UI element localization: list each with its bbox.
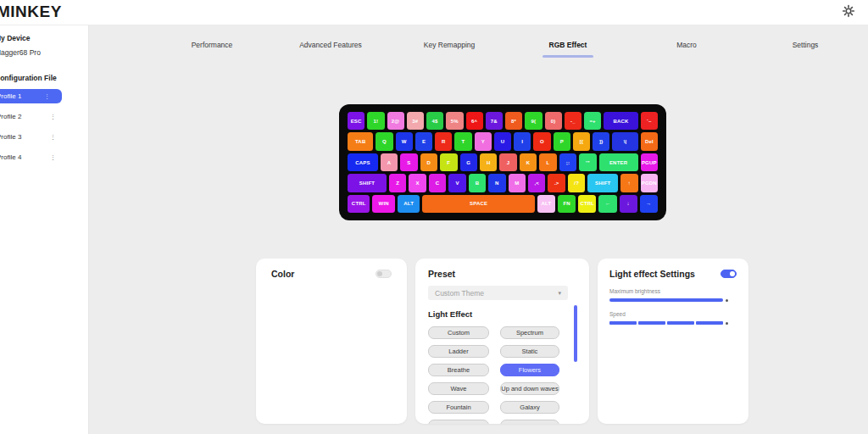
key-symbol[interactable]: `~ <box>641 112 658 130</box>
tab-macro[interactable]: Macro <box>627 34 746 64</box>
kebab-menu-icon[interactable]: ⋮ <box>50 114 56 120</box>
key-p[interactable]: P <box>554 132 570 150</box>
key-space[interactable]: SPACE <box>422 195 534 213</box>
key-ctrl[interactable]: CTRL <box>578 195 596 213</box>
sidebar-item-profile-1[interactable]: Profile 1⋮ <box>0 89 62 103</box>
key-n[interactable]: N <box>488 174 505 192</box>
key-win[interactable]: WIN <box>372 195 394 213</box>
brightness-slider[interactable] <box>609 298 723 302</box>
key-s[interactable]: S <box>400 153 417 171</box>
effect-up-and-down-waves-button[interactable]: Up and down waves <box>500 382 559 395</box>
effect-ladder-button[interactable]: Ladder <box>428 345 489 358</box>
key-shift[interactable]: SHIFT <box>348 174 387 192</box>
key-q[interactable]: Q <box>376 132 392 150</box>
kebab-menu-icon[interactable]: ⋮ <box>50 134 56 140</box>
key-tab[interactable]: TAB <box>348 132 373 150</box>
key-8[interactable]: 8* <box>505 112 522 130</box>
key-x[interactable]: X <box>409 174 426 192</box>
effect-tide-button[interactable]: Tide <box>500 420 559 424</box>
color-toggle[interactable] <box>376 270 392 278</box>
key-symbol[interactable]: '" <box>579 153 596 171</box>
key-symbol[interactable]: [{ <box>573 132 590 150</box>
effect-flowers-button[interactable]: Flowers <box>500 364 559 376</box>
device-name[interactable]: Magger68 Pro <box>0 48 86 57</box>
key-o[interactable]: O <box>533 132 550 150</box>
effect-fountain-button[interactable]: Fountain <box>428 401 489 414</box>
light-effect-toggle[interactable] <box>721 270 737 278</box>
key-7[interactable]: 7& <box>486 112 503 130</box>
key-v[interactable]: V <box>448 174 465 192</box>
key-symbol[interactable]: ,< <box>528 174 545 192</box>
key-alt[interactable]: ALT <box>537 195 555 213</box>
preset-scrollbar-thumb[interactable] <box>574 305 577 362</box>
key-symbol[interactable]: ]} <box>593 132 609 150</box>
key-enter[interactable]: ENTER <box>599 153 638 171</box>
key-z[interactable]: Z <box>389 174 406 192</box>
key-del[interactable]: Del <box>641 132 658 150</box>
key-fn[interactable]: FN <box>558 195 576 213</box>
kebab-menu-icon[interactable]: ⋮ <box>44 93 50 99</box>
key-i[interactable]: I <box>514 132 531 150</box>
key-0[interactable]: 0) <box>545 112 562 130</box>
settings-gear-icon[interactable] <box>842 4 855 18</box>
key-w[interactable]: W <box>396 132 413 150</box>
effect-spin-button[interactable]: Spin <box>428 420 489 424</box>
key-ctrl[interactable]: CTRL <box>348 195 370 213</box>
key-h[interactable]: H <box>480 153 497 171</box>
tab-performance[interactable]: Performance <box>153 34 271 64</box>
key-symbol[interactable]: =+ <box>584 112 601 130</box>
key-arrow-up[interactable]: ↑ <box>620 174 637 192</box>
key-k[interactable]: K <box>520 153 537 171</box>
key-esc[interactable]: ESC <box>348 112 364 130</box>
key-c[interactable]: C <box>429 174 446 192</box>
effect-custom-button[interactable]: Custom <box>428 326 489 339</box>
key-a[interactable]: A <box>381 153 398 171</box>
effect-galaxy-button[interactable]: Galaxy <box>500 401 559 414</box>
key-u[interactable]: U <box>494 132 511 150</box>
key-alt[interactable]: ALT <box>398 195 420 213</box>
sidebar-item-profile-2[interactable]: Profile 2⋮ <box>0 109 62 124</box>
key-symbol[interactable]: \| <box>612 132 637 150</box>
effect-wave-button[interactable]: Wave <box>428 382 489 395</box>
key-r[interactable]: R <box>435 132 452 150</box>
key-b[interactable]: B <box>469 174 486 192</box>
key-shift[interactable]: SHIFT <box>587 174 618 192</box>
key-arrow-right[interactable]: → <box>640 195 658 213</box>
key-back[interactable]: BACK <box>604 112 638 130</box>
key-symbol[interactable]: .> <box>548 174 565 192</box>
brightness-slider-handle[interactable] <box>726 299 728 302</box>
sidebar-item-profile-4[interactable]: Profile 4⋮ <box>0 150 62 164</box>
effect-static-button[interactable]: Static <box>500 345 559 358</box>
key-4[interactable]: 4$ <box>426 112 443 130</box>
key-t[interactable]: T <box>454 132 471 150</box>
key-d[interactable]: D <box>420 153 437 171</box>
speed-slider-handle[interactable] <box>726 322 728 325</box>
effect-breathe-button[interactable]: Breathe <box>428 364 489 376</box>
preset-theme-dropdown[interactable]: Custom Theme ▾ <box>428 286 568 300</box>
key-arrow-left[interactable]: ← <box>598 195 616 213</box>
key-symbol[interactable]: /? <box>568 174 585 192</box>
key-caps[interactable]: CAPS <box>348 153 378 171</box>
key-9[interactable]: 9( <box>525 112 542 130</box>
key-f[interactable]: F <box>440 153 457 171</box>
key-6[interactable]: 6^ <box>466 112 483 130</box>
key-pgdn[interactable]: PGDN <box>641 174 658 192</box>
key-l[interactable]: L <box>539 153 556 171</box>
key-2[interactable]: 2@ <box>387 112 404 130</box>
speed-slider[interactable] <box>609 321 723 325</box>
key-y[interactable]: Y <box>475 132 492 150</box>
key-1[interactable]: 1! <box>367 112 384 130</box>
key-arrow-down[interactable]: ↓ <box>620 195 637 213</box>
sidebar-item-profile-3[interactable]: Profile 3⋮ <box>0 130 62 144</box>
key-e[interactable]: E <box>415 132 432 150</box>
key-j[interactable]: J <box>499 153 516 171</box>
tab-settings[interactable]: Settings <box>746 34 865 64</box>
key-m[interactable]: M <box>509 174 526 192</box>
key-symbol[interactable]: -_ <box>565 112 581 130</box>
key-5[interactable]: 5% <box>446 112 463 130</box>
kebab-menu-icon[interactable]: ⋮ <box>50 154 56 160</box>
tab-rgb-effect[interactable]: RGB Effect <box>509 34 627 64</box>
tab-key-remapping[interactable]: Key Remapping <box>390 34 509 64</box>
key-g[interactable]: G <box>460 153 477 171</box>
key-3[interactable]: 3# <box>407 112 424 130</box>
